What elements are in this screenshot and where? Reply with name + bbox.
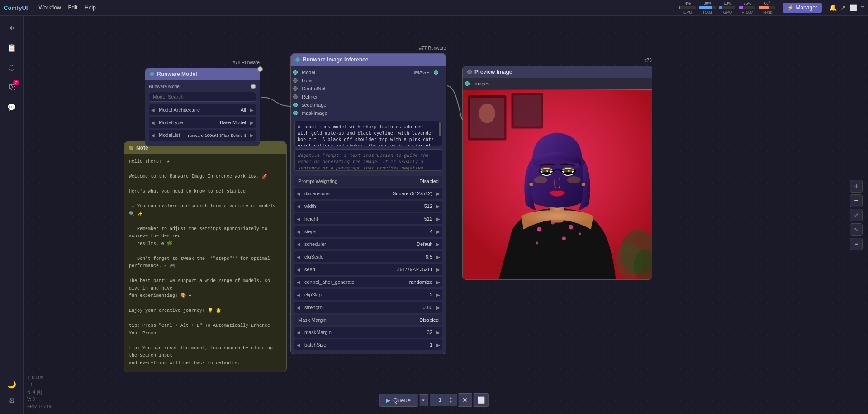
model-list-left-arrow[interactable]: ◀ (149, 130, 157, 141)
notification-icon[interactable]: 🔔 (829, 4, 837, 11)
io-seedimage-dot[interactable] (293, 103, 298, 107)
connector-out[interactable] (251, 84, 256, 89)
control-after-right[interactable]: ▶ (434, 277, 442, 287)
share-icon[interactable]: ↗ (840, 4, 846, 11)
io-lora-dot[interactable] (293, 78, 298, 83)
model-type-right-arrow[interactable]: ▶ (248, 117, 256, 128)
menu-dots-icon[interactable]: ≡ (861, 4, 864, 11)
io-lora: Lora (295, 76, 327, 85)
zoom-fit-button[interactable]: ⤢ (850, 209, 863, 221)
canvas[interactable]: Note Hello there! ★ Welcome to the Runwa… (24, 16, 868, 414)
width-left[interactable]: ◀ (294, 201, 303, 212)
queue-bar: ▶ Queue ▾ ▲ ▼ ✕ ⬜ (379, 393, 489, 407)
model-architecture-row: ◀ Model Architecture All ▶ (149, 104, 256, 115)
cfgscale-label: cfgScale (303, 254, 424, 259)
sidebar-item-history[interactable]: ⏮ (4, 19, 20, 36)
note-body[interactable]: Hello there! ★ Welcome to the Runware Im… (124, 154, 286, 372)
io-controlnet-dot[interactable] (293, 86, 298, 91)
zoom-in-button[interactable]: + (850, 180, 863, 193)
io-image-dot[interactable] (434, 70, 438, 75)
menu-workflow[interactable]: Workflow (38, 5, 61, 11)
preview-header: Preview Image (463, 66, 652, 78)
scheduler-left[interactable]: ◀ (294, 239, 303, 249)
io-model-dot[interactable] (293, 70, 298, 75)
cfgscale-value: 6.5 (424, 254, 434, 259)
negative-prompt-textarea[interactable] (294, 149, 442, 171)
queue-dropdown[interactable]: ▾ (419, 394, 428, 406)
io-image-out: IMAGE (414, 68, 436, 76)
model-type-left-arrow[interactable]: ◀ (149, 117, 157, 128)
node-runware-model-number: #78 Runware (233, 60, 260, 65)
clipskip-right[interactable]: ▶ (434, 289, 442, 300)
batchsize-left[interactable]: ◀ (294, 339, 303, 350)
queue-extra-button[interactable]: ⬜ (474, 393, 489, 407)
runware-model-connector-out[interactable] (257, 66, 263, 72)
sidebar-item-clipboard[interactable]: 📋 (4, 39, 20, 56)
width-right[interactable]: ▶ (434, 201, 442, 212)
queue-cancel-button[interactable]: ✕ (459, 393, 472, 407)
height-left[interactable]: ◀ (294, 213, 303, 224)
dimensions-value: Square (512x512) (391, 191, 434, 196)
seed-value: 136477923435211 (393, 267, 434, 272)
model-type-row: ◀ ModelType Base Model ▶ (149, 117, 256, 128)
model-architecture-label: Model Architecture (157, 107, 239, 113)
sidebar-item-cube[interactable]: ⬡ (4, 59, 20, 75)
cfgscale-right[interactable]: ▶ (434, 251, 442, 262)
model-list-right-arrow[interactable]: ▶ (248, 130, 256, 141)
prompt-textarea[interactable] (294, 121, 442, 146)
menu-edit[interactable]: Edit (68, 5, 78, 11)
strength-right[interactable]: ▶ (434, 302, 442, 313)
runware-model-dot (150, 72, 154, 76)
clipskip-left[interactable]: ◀ (294, 289, 303, 300)
mask-margin-row: Mask Margin Disabled (294, 315, 442, 325)
model-architecture-right-arrow[interactable]: ▶ (248, 104, 256, 115)
seed-left[interactable]: ◀ (294, 264, 303, 275)
io-model-label: Model (295, 70, 327, 75)
svg-point-33 (541, 167, 552, 172)
steps-right[interactable]: ▶ (434, 226, 442, 237)
cfgscale-left[interactable]: ◀ (294, 251, 303, 262)
model-search-input[interactable] (149, 92, 256, 102)
maskmargin-left[interactable]: ◀ (294, 327, 303, 338)
dimensions-right[interactable]: ▶ (434, 188, 442, 199)
scheduler-right[interactable]: ▶ (434, 239, 442, 249)
maskmargin-value: 32 (425, 329, 434, 335)
batchsize-right[interactable]: ▶ (434, 339, 442, 350)
io-refiner-dot[interactable] (293, 94, 298, 99)
queue-count-input[interactable] (433, 397, 447, 403)
queue-number-control: ▲ ▼ (430, 394, 457, 406)
queue-button[interactable]: ▶ Queue (379, 394, 417, 407)
inference-params: Prompt Weighting Disabled ◀ dimensions S… (291, 174, 446, 354)
zoom-reset-button[interactable]: ⤡ (850, 223, 863, 236)
queue-step-down[interactable]: ▼ (449, 400, 453, 404)
io-maskimage-dot[interactable] (293, 111, 298, 115)
maskmargin-right[interactable]: ▶ (434, 327, 442, 338)
model-list-label: ModelList (157, 132, 186, 138)
manager-button[interactable]: ⚡ Manager (783, 3, 821, 13)
model-architecture-left-arrow[interactable]: ◀ (149, 104, 157, 115)
seed-right[interactable]: ▶ (434, 264, 442, 275)
dimensions-left[interactable]: ◀ (294, 188, 303, 199)
height-right[interactable]: ▶ (434, 213, 442, 224)
width-value: 512 (422, 203, 434, 209)
preview-images-dot[interactable] (465, 81, 470, 86)
mask-margin-label: Mask Margin (298, 317, 419, 323)
sidebar-item-message[interactable]: 💬 (4, 99, 20, 115)
sidebar-item-settings[interactable]: ⚙ (4, 392, 20, 409)
zoom-controls: + − ⤢ ⤡ ≡ (850, 180, 863, 250)
zoom-out-button[interactable]: − (850, 194, 863, 207)
menu-help[interactable]: Help (85, 5, 96, 11)
steps-left[interactable]: ◀ (294, 226, 303, 237)
sidebar-item-image[interactable]: 🖼 7 (4, 79, 20, 95)
settings-canvas-button[interactable]: ≡ (850, 238, 863, 250)
strength-left[interactable]: ◀ (294, 302, 303, 313)
svg-point-36 (567, 176, 581, 183)
svg-point-35 (534, 176, 547, 183)
vram-stat: 25% VRAM (739, 1, 755, 14)
seed-label: seed (303, 267, 393, 272)
model-list-value: runware:100@1 (Flux Schnell) (186, 133, 248, 138)
maximize-icon[interactable]: ⬜ (849, 4, 857, 11)
sidebar-item-theme[interactable]: 🌙 (4, 376, 20, 392)
control-after-left[interactable]: ◀ (294, 277, 303, 287)
io-controlnet: ControlNet (295, 85, 327, 93)
